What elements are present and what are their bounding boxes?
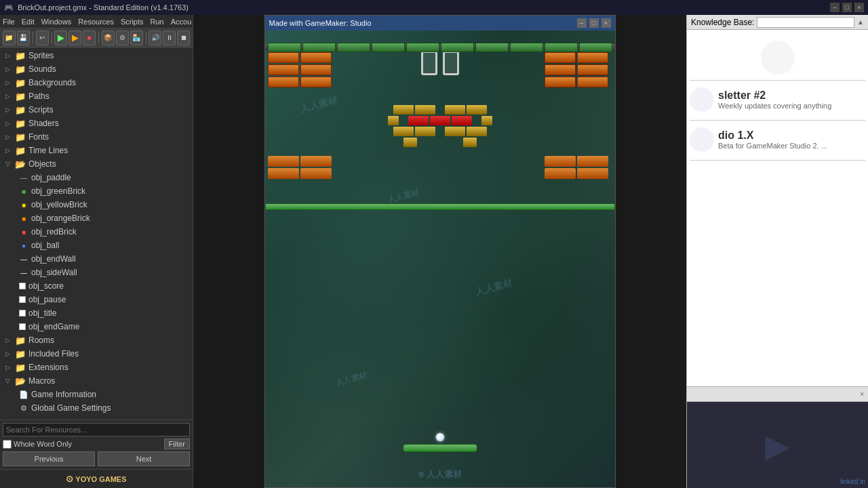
- game-close-button[interactable]: ×: [601, 18, 611, 28]
- paths-expand: ▷: [5, 93, 15, 100]
- game-window: Made with GameMaker: Studio – □ × 人人素材 人…: [264, 15, 616, 488]
- new-button[interactable]: 📁: [3, 30, 16, 45]
- tree-item-rooms[interactable]: ▷ 📁 Rooms: [0, 333, 193, 347]
- sounds-label: Sounds: [28, 64, 193, 74]
- menu-run[interactable]: Run: [151, 18, 164, 26]
- next-button[interactable]: Next: [98, 451, 190, 466]
- save-button[interactable]: 💾: [17, 30, 30, 45]
- tree-item-shaders[interactable]: ▷ 📁 Shaders: [0, 117, 193, 130]
- tree-item-obj-endwall[interactable]: — obj_endWall: [0, 252, 193, 266]
- close-button[interactable]: ×: [854, 3, 864, 12]
- tree-item-timelines[interactable]: ▷ 📁 Time Lines: [0, 144, 193, 157]
- tree-item-game-info[interactable]: 📄 Game Information: [0, 388, 193, 401]
- menu-file[interactable]: File: [3, 18, 15, 26]
- kb-scroll-up[interactable]: ▲: [857, 18, 864, 26]
- right-brick-group: [545, 52, 612, 87]
- obj-greenbrick-label: obj_greenBrick: [31, 186, 193, 196]
- tree-item-obj-yellowbrick[interactable]: ■ obj_yellowBrick: [0, 198, 193, 211]
- menu-edit[interactable]: Edit: [22, 18, 35, 26]
- tree-item-obj-orangebrick[interactable]: ■ obj_orangeBrick: [0, 211, 193, 225]
- pause-button[interactable]: ⏸: [163, 30, 176, 45]
- game-minimize-button[interactable]: –: [577, 18, 587, 28]
- kb-main-icon: [761, 41, 795, 75]
- tree-item-macros[interactable]: ▽ 📂 Macros: [0, 374, 193, 388]
- game-title-bar: Made with GameMaker: Studio – □ ×: [265, 16, 615, 30]
- included-files-folder-icon: 📁: [15, 349, 26, 359]
- rooms-folder-icon: 📁: [15, 336, 26, 346]
- stop-button[interactable]: ■: [83, 30, 96, 45]
- backgrounds-folder-icon: 📁: [15, 78, 26, 88]
- tree-item-sounds[interactable]: ▷ 📁 Sounds: [0, 62, 193, 76]
- tree-item-scripts[interactable]: ▷ 📁 Scripts: [0, 103, 193, 117]
- kb-article-2[interactable]: dio 1.X Beta for GameMaker Studio 2. ...: [690, 125, 865, 155]
- create-exe-button[interactable]: 📦: [102, 30, 115, 45]
- tree-item-extensions[interactable]: ▷ 📁 Extensions: [0, 361, 193, 374]
- objects-expand: ▽: [5, 161, 15, 167]
- left-panel: File Edit Windows Resources Scripts Run …: [0, 15, 193, 488]
- kb-search-input[interactable]: [757, 17, 854, 28]
- filter-button[interactable]: Filter: [164, 439, 190, 449]
- tree-item-objects[interactable]: ▽ 📂 Objects: [0, 157, 193, 171]
- settings-button[interactable]: ⚙: [116, 30, 129, 45]
- kb-divider-1: [690, 80, 865, 81]
- sound-button[interactable]: 🔊: [149, 30, 161, 45]
- middle-left-brick-group: [268, 156, 336, 179]
- sounds-expand: ▷: [5, 66, 15, 73]
- whole-word-checkbox[interactable]: [3, 440, 12, 449]
- stop2-button[interactable]: ⏹: [177, 30, 190, 45]
- menu-scripts[interactable]: Scripts: [121, 18, 144, 26]
- tree-item-paths[interactable]: ▷ 📁 Paths: [0, 89, 193, 103]
- tree-item-obj-pause[interactable]: obj_pause: [0, 293, 193, 306]
- menu-accou[interactable]: Accou: [171, 18, 192, 26]
- toolbar-separator-2: [52, 32, 52, 44]
- game-info-icon: 📄: [19, 390, 28, 399]
- backgrounds-expand: ▷: [5, 79, 15, 86]
- menu-windows[interactable]: Windows: [41, 18, 72, 26]
- scripts-folder-icon: 📁: [15, 105, 26, 115]
- kb-divider-2: [690, 120, 865, 121]
- tree-item-obj-endgame[interactable]: obj_endGame: [0, 320, 193, 333]
- obj-greenbrick-icon: ■: [19, 186, 28, 196]
- game-panel: Made with GameMaker: Studio – □ × 人人素材 人…: [193, 15, 686, 488]
- toolbar-separator-4: [146, 32, 146, 44]
- paddle: [403, 444, 477, 452]
- maximize-button[interactable]: □: [842, 3, 852, 12]
- tree-item-obj-redbrick[interactable]: ■ obj_redBrick: [0, 225, 193, 239]
- tree-item-included-files[interactable]: ▷ 📁 Included Files: [0, 347, 193, 361]
- tree-item-obj-sidewall[interactable]: — obj_sideWall: [0, 266, 193, 279]
- app-title-bar: 🎮 BrickOut.project.gmx - Standard Editio…: [0, 0, 868, 15]
- obj-orangebrick-icon: ■: [19, 214, 28, 223]
- kb-article-1[interactable]: sletter #2 Weekly updates covering anyth…: [690, 85, 865, 115]
- tree-item-obj-ball[interactable]: ● obj_ball: [0, 239, 193, 252]
- previous-button[interactable]: Previous: [3, 451, 95, 466]
- game-maximize-button[interactable]: □: [589, 18, 599, 28]
- obj-orangebrick-label: obj_orangeBrick: [31, 214, 193, 223]
- timelines-expand: ▷: [5, 147, 15, 154]
- app-title: BrickOut.project.gmx - Standard Edition …: [18, 3, 189, 12]
- tree-item-sprites[interactable]: ▷ 📁 Sprites: [0, 49, 193, 62]
- tree-item-global-settings[interactable]: ⚙ Global Game Settings: [0, 401, 193, 415]
- yoyo-logo: ⊙ YOYO GAMES: [66, 474, 126, 484]
- undo-button[interactable]: ↩: [36, 30, 49, 45]
- macros-label: Macros: [28, 376, 193, 386]
- tree-item-obj-paddle[interactable]: — obj_paddle: [0, 171, 193, 184]
- tree-item-obj-greenbrick[interactable]: ■ obj_greenBrick: [0, 184, 193, 198]
- global-settings-icon: ⚙: [19, 403, 28, 413]
- right-panel: Knowledge Base: ▲ sletter #2 Weekly upda…: [686, 15, 868, 488]
- tree-item-obj-score[interactable]: obj_score: [0, 279, 193, 293]
- run-button[interactable]: ▶: [54, 30, 67, 45]
- paths-folder-icon: 📁: [15, 92, 26, 102]
- kb-article-2-subtitle: Beta for GameMaker Studio 2. ...: [718, 142, 827, 150]
- search-input[interactable]: [3, 423, 190, 436]
- tree-item-fonts[interactable]: ▷ 📁 Fonts: [0, 130, 193, 144]
- obj-redbrick-label: obj_redBrick: [31, 227, 193, 237]
- minimize-button[interactable]: –: [830, 3, 840, 12]
- kb-bottom-close[interactable]: ×: [860, 390, 864, 398]
- market-button[interactable]: 🏪: [130, 30, 143, 45]
- menu-resources[interactable]: Resources: [78, 18, 114, 26]
- obj-pause-label: obj_pause: [28, 295, 193, 304]
- shaders-expand: ▷: [5, 120, 15, 127]
- debug-button[interactable]: ▶: [68, 30, 81, 45]
- tree-item-obj-title[interactable]: obj_title: [0, 306, 193, 320]
- tree-item-backgrounds[interactable]: ▷ 📁 Backgrounds: [0, 76, 193, 89]
